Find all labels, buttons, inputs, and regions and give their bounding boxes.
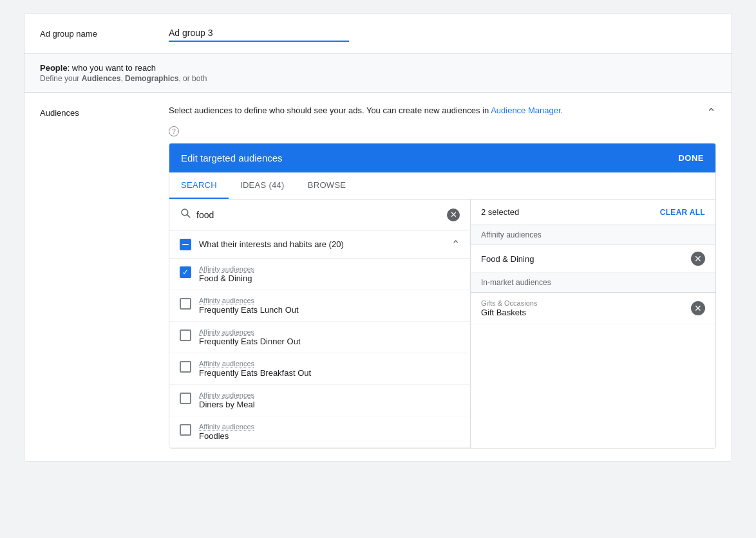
item-category: Affinity audiences — [199, 265, 254, 273]
clear-search-button[interactable]: ✕ — [447, 209, 460, 221]
ad-group-input[interactable] — [169, 25, 349, 42]
interest-group-label: What their interests and habits are (20) — [199, 239, 451, 249]
item-name: Foodies — [199, 431, 254, 441]
selected-item-gift-baskets: Gifts & Occasions Gift Baskets ✕ — [471, 293, 715, 324]
item-name: Frequently Eats Breakfast Out — [199, 368, 311, 378]
unchecked-icon — [180, 361, 191, 373]
edit-panel-title: Edit targeted audiences — [181, 153, 283, 163]
item-text-food-dining: Affinity audiences Food & Dining — [199, 265, 254, 283]
selected-count: 2 selected — [481, 207, 519, 217]
audiences-content: Select audiences to define who should se… — [169, 106, 716, 449]
unchecked-icon — [180, 424, 191, 436]
people-bold: People — [40, 63, 68, 73]
remove-gift-baskets-button[interactable]: ✕ — [691, 301, 705, 315]
item-category: Affinity audiences — [199, 297, 299, 304]
unchecked-icon — [180, 393, 191, 404]
tab-search[interactable]: SEARCH — [169, 172, 229, 199]
svg-line-1 — [187, 215, 190, 218]
gift-baskets-text-block: Gifts & Occasions Gift Baskets — [481, 299, 537, 317]
item-text-foodies: Affinity audiences Foodies — [199, 423, 254, 441]
right-section-header-affinity: Affinity audiences — [471, 225, 715, 245]
right-section-header-inmarket: In-market audiences — [471, 273, 715, 293]
checked-icon: ✓ — [180, 266, 191, 278]
list-item[interactable]: ✓ Affinity audiences Food & Dining — [169, 259, 470, 290]
checkbox-food-dining: ✓ — [180, 266, 191, 278]
audiences-desc-text: Select audiences to define who should se… — [169, 106, 699, 115]
audience-manager-link[interactable]: Audience Manager. — [491, 106, 563, 115]
gift-baskets-name: Gift Baskets — [481, 308, 537, 317]
item-text-lunch-out: Affinity audiences Frequently Eats Lunch… — [199, 297, 299, 315]
subtitle-text: Define your — [40, 74, 82, 83]
list-item[interactable]: Affinity audiences Frequently Eats Break… — [169, 353, 470, 385]
page-container: Ad group name People: who you want to re… — [24, 13, 732, 462]
done-button[interactable]: DONE — [678, 153, 704, 163]
item-text-dinner-out: Affinity audiences Frequently Eats Dinne… — [199, 328, 301, 346]
collapse-icon: ⌃ — [451, 238, 460, 250]
checkbox-breakfast-out — [180, 361, 191, 373]
collapse-chevron-icon[interactable]: ⌃ — [706, 106, 716, 120]
people-title-rest: : who you want to reach — [68, 63, 156, 73]
minus-checkbox — [180, 239, 191, 250]
edit-targeted-audiences-panel: Edit targeted audiences DONE SEARCH IDEA… — [169, 143, 716, 449]
panel-right: 2 selected CLEAR ALL Affinity audiences … — [471, 199, 715, 448]
item-category: Affinity audiences — [199, 328, 301, 336]
subtitle-rest: , or both — [178, 74, 207, 83]
audiences-row: Audiences Select audiences to define who… — [24, 93, 732, 461]
item-name: Food & Dining — [199, 274, 254, 283]
interest-group-header[interactable]: What their interests and habits are (20)… — [169, 230, 470, 259]
audiences-description: Select audiences to define who should se… — [169, 106, 716, 120]
list-item[interactable]: Affinity audiences Diners by Meal — [169, 385, 470, 416]
unchecked-icon — [180, 329, 191, 341]
item-category: Affinity audiences — [199, 423, 254, 431]
unchecked-icon — [180, 298, 191, 310]
clear-all-button[interactable]: CLEAR ALL — [660, 208, 705, 217]
gift-baskets-category: Gifts & Occasions — [481, 299, 537, 307]
search-area: ✕ — [169, 199, 470, 230]
minus-icon — [182, 244, 189, 245]
item-category: Affinity audiences — [199, 360, 311, 367]
list-item[interactable]: Affinity audiences Frequently Eats Lunch… — [169, 290, 470, 322]
tabs-row: SEARCH IDEAS (44) BROWSE — [169, 172, 715, 199]
item-text-breakfast-out: Affinity audiences Frequently Eats Break… — [199, 360, 311, 378]
tab-ideas[interactable]: IDEAS (44) — [229, 172, 296, 199]
audiences-label: Audiences — [40, 106, 169, 449]
item-text-diners: Affinity audiences Diners by Meal — [199, 391, 255, 409]
right-header: 2 selected CLEAR ALL — [471, 199, 715, 225]
panel-left: ✕ What their interests and habits are (2… — [169, 199, 471, 448]
search-icon — [180, 207, 191, 222]
list-item[interactable]: Affinity audiences Frequently Eats Dinne… — [169, 322, 470, 353]
selected-item-food-dining: Food & Dining ✕ — [471, 245, 715, 273]
tab-browse[interactable]: BROWSE — [296, 172, 358, 199]
people-title: People: who you want to reach — [40, 63, 716, 73]
subtitle-bold2: Demographics — [125, 74, 178, 83]
audiences-desc-main: Select audiences to define who should se… — [169, 106, 491, 115]
search-input[interactable] — [196, 210, 442, 220]
item-name: Frequently Eats Dinner Out — [199, 337, 301, 346]
help-icon[interactable]: ? — [169, 126, 179, 136]
edit-panel-header: Edit targeted audiences DONE — [169, 144, 715, 172]
checkbox-lunch-out — [180, 298, 191, 310]
item-name: Frequently Eats Lunch Out — [199, 305, 299, 315]
selected-item-name: Food & Dining — [481, 254, 534, 264]
subtitle-bold1: Audiences — [82, 74, 121, 83]
people-subtitle: Define your Audiences, Demographics, or … — [40, 74, 716, 83]
checkbox-dinner-out — [180, 329, 191, 341]
people-banner: People: who you want to reach Define you… — [24, 54, 732, 93]
checkbox-foodies — [180, 424, 191, 436]
ad-group-label: Ad group name — [40, 29, 169, 39]
item-category: Affinity audiences — [199, 391, 255, 399]
ad-group-row: Ad group name — [24, 14, 732, 54]
checkbox-diners — [180, 393, 191, 404]
panel-body: ✕ What their interests and habits are (2… — [169, 199, 715, 448]
item-name: Diners by Meal — [199, 400, 255, 409]
list-item[interactable]: Affinity audiences Foodies — [169, 416, 470, 448]
remove-food-dining-button[interactable]: ✕ — [691, 252, 705, 266]
